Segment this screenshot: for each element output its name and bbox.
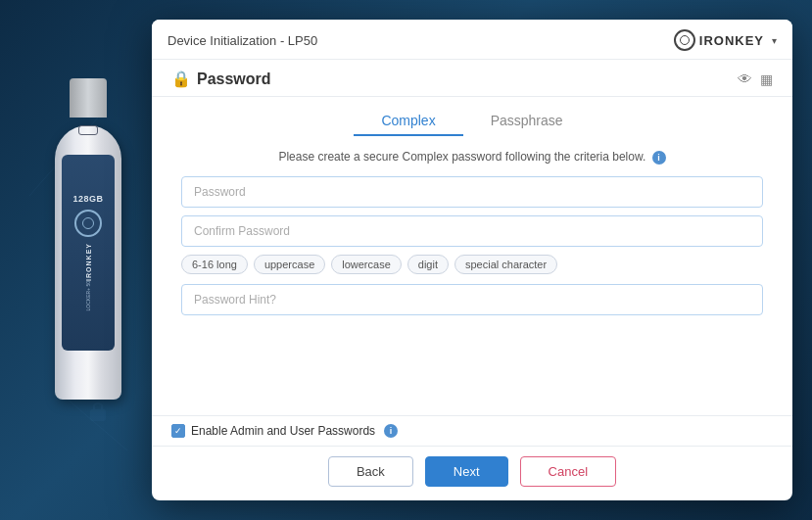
password-input[interactable] xyxy=(181,176,763,208)
tag-length: 6-16 long xyxy=(181,255,248,274)
usb-brand: IRONKEY xyxy=(85,243,92,281)
lock-icon: 🔒 xyxy=(171,70,191,88)
admin-checkbox-label: Enable Admin and User Passwords xyxy=(191,424,375,438)
usb-label: 128GB IRONKEY LOCKER+ 50 xyxy=(62,155,115,351)
info-icon[interactable]: i xyxy=(652,151,666,165)
dialog-footer: Back Next Cancel xyxy=(152,446,792,500)
ironkey-brand-text: IRONKEY xyxy=(699,33,764,48)
description-text: Please create a secure Complex password … xyxy=(181,150,763,165)
section-title-text: Password xyxy=(197,71,271,88)
usb-size: 128GB xyxy=(72,194,103,204)
back-button[interactable]: Back xyxy=(328,456,413,487)
tab-complex[interactable]: Complex xyxy=(354,107,462,136)
title-bar: Device Initialization - LP50 IRONKEY ▾ xyxy=(152,20,792,60)
header-icons-area: 👁 ▦ xyxy=(738,71,773,87)
tab-bar: Complex Passphrase xyxy=(181,107,763,136)
ironkey-logo: IRONKEY ▾ xyxy=(674,29,777,51)
admin-checkbox[interactable]: ✓ xyxy=(171,424,185,438)
grid-view-icon[interactable]: ▦ xyxy=(760,71,773,87)
usb-body: 128GB IRONKEY LOCKER+ 50 xyxy=(55,125,121,400)
usb-logo-inner xyxy=(82,217,94,229)
tag-special: special character xyxy=(454,255,557,274)
admin-info-icon[interactable]: i xyxy=(384,424,398,438)
password-criteria-tags: 6-16 long uppercase lowercase digit spec… xyxy=(181,255,763,274)
confirm-password-input[interactable] xyxy=(181,215,763,247)
ironkey-logo-circle xyxy=(674,29,695,51)
usb-drive: 128GB IRONKEY LOCKER+ 50 xyxy=(49,78,127,411)
password-hint-input[interactable] xyxy=(181,284,763,315)
section-header: 🔒 Password 👁 ▦ xyxy=(152,60,792,97)
ironkey-logo-inner xyxy=(680,35,690,45)
eye-icon[interactable]: 👁 xyxy=(738,71,752,87)
section-title-area: 🔒 Password xyxy=(171,70,271,88)
tag-lowercase: lowercase xyxy=(331,255,402,274)
next-button[interactable]: Next xyxy=(425,456,508,487)
title-chevron-icon[interactable]: ▾ xyxy=(772,35,777,46)
cancel-button[interactable]: Cancel xyxy=(520,456,616,487)
tag-digit: digit xyxy=(407,255,449,274)
dialog-content: Complex Passphrase Please create a secur… xyxy=(152,97,792,415)
tag-uppercase: uppercase xyxy=(254,255,325,274)
dialog-title: Device Initialization - LP50 xyxy=(167,33,317,48)
usb-logo-circle xyxy=(74,210,102,237)
tab-passphrase[interactable]: Passphrase xyxy=(463,107,591,136)
usb-model: LOCKER+ 50 xyxy=(85,281,91,310)
usb-connector xyxy=(70,78,107,118)
dialog-window: Device Initialization - LP50 IRONKEY ▾ 🔒… xyxy=(152,20,792,500)
admin-checkbox-row: ✓ Enable Admin and User Passwords i xyxy=(152,415,792,446)
usb-button xyxy=(78,125,98,135)
